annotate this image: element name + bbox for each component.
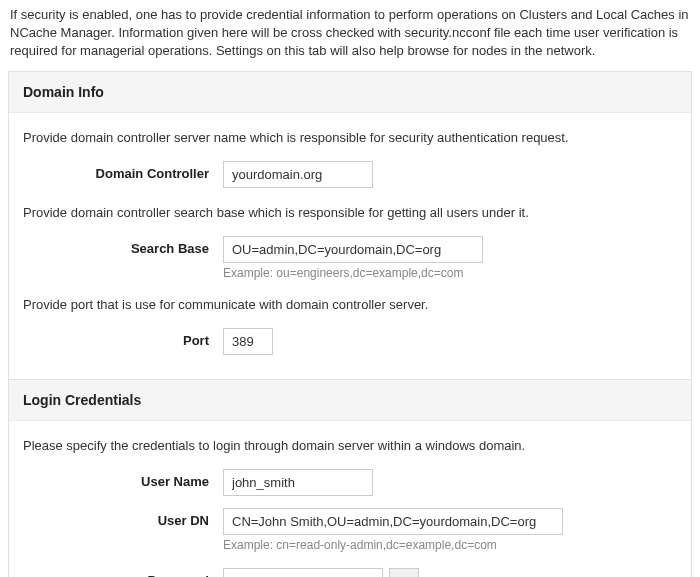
search-base-example: Example: ou=engineers,dc=example,dc=com bbox=[223, 266, 677, 280]
port-input[interactable] bbox=[223, 328, 273, 355]
domain-controller-input[interactable] bbox=[223, 161, 373, 188]
userdn-input[interactable] bbox=[223, 508, 563, 535]
domain-controller-label: Domain Controller bbox=[23, 161, 223, 181]
login-desc: Please specify the credentials to login … bbox=[23, 437, 677, 455]
password-input[interactable] bbox=[223, 568, 383, 577]
search-base-input[interactable] bbox=[223, 236, 483, 263]
username-input[interactable] bbox=[223, 469, 373, 496]
userdn-label: User DN bbox=[23, 508, 223, 528]
intro-text: If security is enabled, one has to provi… bbox=[0, 0, 700, 71]
port-label: Port bbox=[23, 328, 223, 348]
search-base-desc: Provide domain controller search base wh… bbox=[23, 204, 677, 222]
domain-info-section: Domain Info Provide domain controller se… bbox=[8, 71, 692, 381]
userdn-example: Example: cn=read-only-admin,dc=example,d… bbox=[223, 538, 677, 552]
port-desc: Provide port that is use for communicate… bbox=[23, 296, 677, 314]
domain-info-header: Domain Info bbox=[9, 72, 691, 113]
search-base-label: Search Base bbox=[23, 236, 223, 256]
toggle-password-visibility-button[interactable] bbox=[389, 568, 419, 577]
username-label: User Name bbox=[23, 469, 223, 489]
login-credentials-section: Login Credentials Please specify the cre… bbox=[8, 380, 692, 577]
domain-controller-desc: Provide domain controller server name wh… bbox=[23, 129, 677, 147]
password-label: Password bbox=[23, 568, 223, 577]
login-credentials-header: Login Credentials bbox=[9, 380, 691, 421]
